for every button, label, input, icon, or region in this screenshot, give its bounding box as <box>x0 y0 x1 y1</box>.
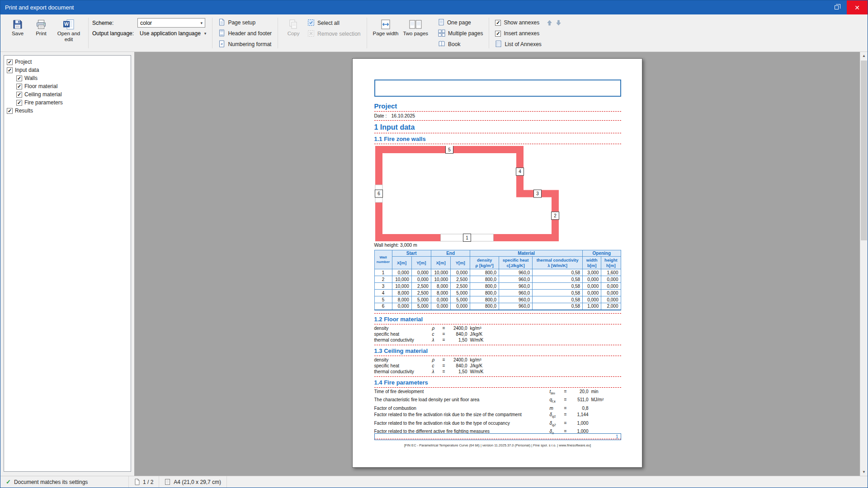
output-language-select[interactable]: Use application language ▾ <box>137 28 208 38</box>
title-bar: Print and export document ✕ <box>0 0 868 14</box>
checkbox-checked-icon[interactable]: ✓ <box>16 100 22 106</box>
walls-table-cell: 960,0 <box>499 290 533 296</box>
walls-table-cell: 960,0 <box>499 283 533 290</box>
vertical-scrollbar[interactable]: ▲ ▼ <box>860 52 868 476</box>
scrollbar-track[interactable] <box>860 60 868 468</box>
tree-item-ceiling-material[interactable]: ✓Ceiling material <box>4 90 131 99</box>
insert-annexes-checkbox[interactable]: ✓ Insert annexes <box>493 28 564 39</box>
fire-parameter-row: Factor of combustionm=0,8 <box>374 405 621 412</box>
checkbox-checked-icon[interactable]: ✓ <box>16 92 22 98</box>
multiple-pages-button[interactable]: Multiple pages <box>436 28 485 39</box>
checkbox-checked-icon: ✓ <box>495 20 501 26</box>
page-number: 1 <box>616 434 618 439</box>
fire-parameters-list: Time of fire developmenttlim=20,0minThe … <box>374 388 621 439</box>
wall-label-4: 4 <box>516 168 524 175</box>
open-and-edit-button[interactable]: W Open and edit <box>53 16 85 50</box>
print-button[interactable]: Print <box>29 16 53 50</box>
walls-table-cell: 2,500 <box>451 276 470 283</box>
save-button[interactable]: Save <box>6 16 29 50</box>
scrollbar-down-button[interactable]: ▼ <box>860 468 868 476</box>
book-button[interactable]: Book <box>436 39 485 50</box>
walls-table-cell: 10,000 <box>392 283 411 290</box>
select-all-icon <box>307 19 315 28</box>
wall-label-5: 5 <box>445 146 453 154</box>
tree-item-results[interactable]: ✓Results <box>4 107 131 115</box>
tree-item-walls[interactable]: ✓Walls <box>4 74 131 82</box>
fire-zone-walls-heading: 1.1 Fire zone walls <box>374 136 621 144</box>
walls-table-cell: 0,000 <box>601 290 621 296</box>
page-count: 1 / 2 <box>143 479 153 485</box>
project-heading: Project <box>374 102 621 112</box>
checkbox-checked-icon[interactable]: ✓ <box>7 59 13 65</box>
restore-button[interactable] <box>826 0 847 14</box>
move-annex-up-button[interactable] <box>546 19 553 27</box>
list-of-annexes-button[interactable]: List of Annexes <box>493 39 564 50</box>
fire-parameters-heading: 1.4 Fire parameters <box>374 379 621 388</box>
walls-table-cell: 0,000 <box>411 269 431 276</box>
paper-size-section: A4 (21,0 x 29,7 cm) <box>159 476 227 488</box>
main-area: ✓Project✓Input data✓Walls✓Floor material… <box>0 52 868 476</box>
two-pages-button[interactable]: Two pages <box>401 16 430 50</box>
numbering-format-button[interactable]: # Numbering format <box>216 39 274 50</box>
walls-table-head: Wall numberStartEndMaterialOpeningX[m]Y[… <box>374 250 621 269</box>
document-preview[interactable]: Project Date :16.10.2025 1 Input data 1.… <box>134 52 860 476</box>
walls-table-cell: 5,000 <box>411 296 431 303</box>
document-page[interactable]: Project Date :16.10.2025 1 Input data 1.… <box>352 58 642 468</box>
walls-table-group-header: Material <box>470 250 583 257</box>
scheme-language-group: Scheme: color ▾ Output language: Use app… <box>90 16 211 50</box>
scheme-select[interactable]: color ▾ <box>137 18 205 28</box>
svg-text:#: # <box>221 42 223 46</box>
scrollbar-thumb[interactable] <box>861 61 867 240</box>
checkbox-checked-icon[interactable]: ✓ <box>16 75 22 81</box>
walls-table-cell: 0,58 <box>533 290 583 296</box>
select-all-button[interactable]: Select all <box>305 18 363 28</box>
walls-table-cell: 0,000 <box>583 283 601 290</box>
chevron-down-icon: ▾ <box>197 21 203 25</box>
tree-item-project[interactable]: ✓Project <box>4 58 131 66</box>
footer-page-number-box: 1 <box>374 433 621 440</box>
page-setup-button[interactable]: Page setup <box>216 17 274 28</box>
walls-table-cell: 10,000 <box>392 276 411 283</box>
one-page-button[interactable]: One page <box>436 17 485 28</box>
walls-table-cell: 8,000 <box>431 283 450 290</box>
show-annexes-checkbox[interactable]: ✓ Show annexes <box>493 17 564 28</box>
close-button[interactable]: ✕ <box>847 0 868 14</box>
walls-table-sub-header: widthb[m] <box>583 257 601 269</box>
svg-text:3: 3 <box>536 191 539 196</box>
tree-item-input-data[interactable]: ✓Input data <box>4 66 131 74</box>
toolbar: Save Print W Open and edit Scheme: color… <box>0 14 868 52</box>
wall-label-3: 3 <box>533 190 541 197</box>
walls-table-cell: 960,0 <box>499 303 533 310</box>
svg-text:6: 6 <box>377 191 380 196</box>
list-of-annexes-icon <box>495 40 502 49</box>
walls-table-sub-header: Y[m] <box>411 257 431 269</box>
tree-item-fire-parameters[interactable]: ✓Fire parameters <box>4 99 131 107</box>
copy-icon <box>289 18 298 31</box>
checkbox-checked-icon[interactable]: ✓ <box>7 108 13 114</box>
material-property-row: thermal conductivityλ=1,50W/m/K <box>374 369 621 375</box>
checkbox-checked-icon[interactable]: ✓ <box>16 84 22 89</box>
walls-table-cell: 5,000 <box>451 296 470 303</box>
walls-table-sub-header: thermal conductivityλ [W/m/K] <box>533 257 583 269</box>
toolbar-separator <box>88 18 89 48</box>
remove-selection-button[interactable]: Remove selection <box>305 28 363 39</box>
move-annex-down-button[interactable] <box>555 19 562 27</box>
checkbox-checked-icon[interactable]: ✓ <box>7 67 13 73</box>
scrollbar-up-button[interactable]: ▲ <box>860 52 868 60</box>
walls-table-cell: 0,000 <box>451 269 470 276</box>
page-width-button[interactable]: Page width <box>371 16 401 50</box>
material-property-row: densityρ=2400,0kg/m³ <box>374 357 621 363</box>
walls-table-cell: 0,58 <box>533 296 583 303</box>
walls-table-cell: 3,000 <box>583 269 601 276</box>
toolbar-separator <box>212 18 212 48</box>
toolbar-separator <box>489 18 489 48</box>
copy-button[interactable]: Copy <box>282 16 305 50</box>
material-property-row: specific heatc=840,0J/kg/K <box>374 363 621 369</box>
walls-table-cell: 0,000 <box>411 276 431 283</box>
walls-table-row: 48,0002,5008,0005,000800,0960,00,580,000… <box>374 290 621 296</box>
page-content: Project Date :16.10.2025 1 Input data 1.… <box>374 59 621 439</box>
word-icon: W <box>63 18 75 31</box>
wall-label-1: 1 <box>463 234 471 242</box>
tree-item-floor-material[interactable]: ✓Floor material <box>4 82 131 90</box>
header-and-footer-button[interactable]: Header and footer <box>216 28 274 39</box>
